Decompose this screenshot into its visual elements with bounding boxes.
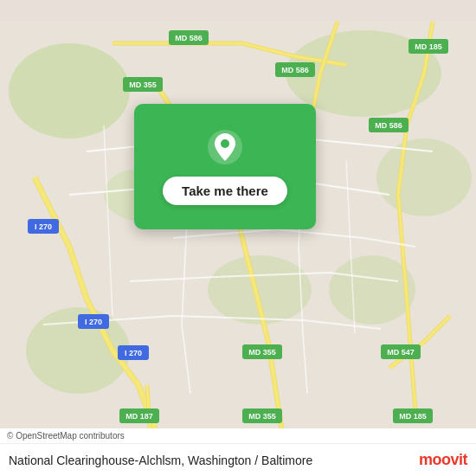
take-me-there-button[interactable]: Take me there bbox=[163, 177, 287, 205]
location-row: National Clearinghouse-Alchlsm, Washingt… bbox=[0, 444, 476, 476]
action-card: Take me there bbox=[134, 104, 316, 229]
svg-text:MD 187: MD 187 bbox=[125, 412, 153, 421]
location-pin-icon bbox=[206, 128, 244, 166]
attribution-row: © OpenStreetMap contributors bbox=[0, 428, 476, 444]
svg-text:MD 547: MD 547 bbox=[387, 348, 415, 357]
svg-text:MD 355: MD 355 bbox=[248, 412, 276, 421]
moovit-logo: moovit bbox=[419, 451, 467, 469]
svg-text:I 270: I 270 bbox=[85, 318, 102, 326]
attribution-text: © OpenStreetMap contributors bbox=[7, 431, 125, 441]
map-background: MD 586 MD 586 MD 355 MD 185 MD 586 I 270… bbox=[0, 0, 476, 476]
svg-text:I 270: I 270 bbox=[125, 349, 142, 357]
location-name: National Clearinghouse-Alchlsm, Washingt… bbox=[9, 453, 312, 467]
svg-point-35 bbox=[221, 139, 229, 148]
svg-text:MD 355: MD 355 bbox=[129, 80, 157, 89]
map-container: MD 586 MD 586 MD 355 MD 185 MD 586 I 270… bbox=[0, 0, 476, 476]
svg-text:MD 355: MD 355 bbox=[248, 348, 276, 357]
svg-text:MD 185: MD 185 bbox=[399, 412, 427, 421]
svg-text:MD 185: MD 185 bbox=[415, 42, 442, 51]
moovit-logo-text: moovit bbox=[419, 451, 467, 468]
svg-text:MD 586: MD 586 bbox=[375, 121, 402, 130]
svg-text:MD 586: MD 586 bbox=[281, 66, 309, 74]
svg-text:MD 586: MD 586 bbox=[175, 34, 203, 42]
bottom-bar: © OpenStreetMap contributors National Cl… bbox=[0, 428, 476, 476]
svg-point-1 bbox=[9, 43, 130, 138]
svg-text:I 270: I 270 bbox=[35, 222, 52, 231]
